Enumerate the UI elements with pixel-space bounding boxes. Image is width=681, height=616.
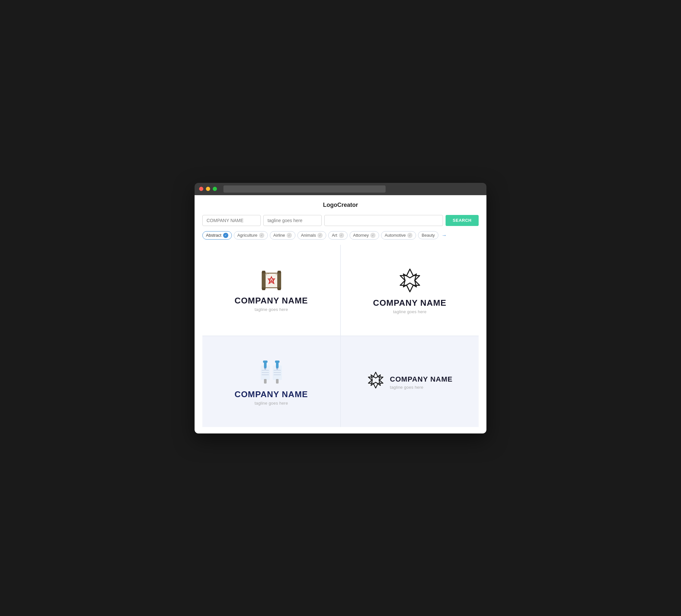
logo4-company-name: COMPANY NAME: [390, 375, 452, 384]
svg-rect-30: [263, 361, 268, 363]
filter-next-arrow[interactable]: →: [442, 232, 447, 238]
inline-logo-container: COMPANY NAME tagline goes here: [367, 371, 452, 393]
filter-agriculture-label: Agriculture: [237, 233, 257, 238]
app-content: LogoCreator SEARCH Abstract ✓ Agricultur…: [195, 195, 486, 434]
search-bar: SEARCH: [202, 215, 479, 226]
filter-automotive[interactable]: Automotive ✓: [381, 231, 416, 239]
svg-text:✡: ✡: [264, 367, 267, 370]
filter-automotive-check: ✓: [407, 233, 412, 238]
svg-rect-3: [262, 271, 265, 273]
svg-rect-4: [262, 288, 265, 290]
svg-rect-31: [275, 361, 280, 363]
logo-card-2[interactable]: COMPANY NAME tagline goes here: [341, 245, 479, 336]
star-of-david-small-icon: [367, 371, 385, 389]
filter-animals-label: Animals: [301, 233, 316, 238]
close-button[interactable]: [199, 187, 203, 191]
scroll-icon: [260, 270, 283, 291]
svg-point-9: [268, 273, 269, 274]
svg-rect-6: [278, 271, 281, 273]
filter-art-label: Art: [332, 233, 337, 238]
svg-point-8: [266, 274, 267, 275]
filter-beauty-label: Beauty: [422, 233, 434, 238]
url-bar[interactable]: [223, 185, 385, 192]
logo2-tagline: tagline goes here: [393, 309, 426, 314]
company-name-input[interactable]: [202, 215, 261, 226]
browser-titlebar: [195, 183, 486, 195]
logo4-text-group: COMPANY NAME tagline goes here: [390, 375, 452, 390]
logo-card-3[interactable]: ✡ ✡: [202, 336, 340, 427]
browser-window: LogoCreator SEARCH Abstract ✓ Agricultur…: [195, 183, 486, 434]
filter-attorney-label: Attorney: [353, 233, 369, 238]
filter-bar: Abstract ✓ Agriculture ✓ Airline ✓ Anima…: [202, 231, 479, 239]
filter-agriculture-check: ✓: [259, 233, 264, 238]
filter-abstract[interactable]: Abstract ✓: [202, 231, 232, 239]
logo1-company-name: COMPANY NAME: [234, 296, 308, 306]
logo-card-4[interactable]: COMPANY NAME tagline goes here: [341, 336, 479, 427]
filter-abstract-check: ✓: [223, 233, 228, 238]
filter-attorney-check: ✓: [370, 233, 376, 238]
filter-airline-label: Airline: [273, 233, 285, 238]
filter-agriculture[interactable]: Agriculture ✓: [234, 231, 268, 239]
svg-rect-2: [262, 272, 266, 289]
filter-art[interactable]: Art ✓: [328, 231, 348, 239]
extra-input[interactable]: [324, 215, 443, 226]
logo2-company-name: COMPANY NAME: [373, 298, 446, 308]
torah-scroll-icon: ✡ ✡: [259, 359, 283, 385]
search-button[interactable]: SEARCH: [446, 215, 479, 226]
tagline-input[interactable]: [263, 215, 322, 226]
filter-art-check: ✓: [339, 233, 344, 238]
minimize-button[interactable]: [206, 187, 210, 191]
filter-abstract-label: Abstract: [206, 233, 222, 238]
svg-rect-18: [264, 379, 267, 384]
star-of-david-large-icon: [397, 267, 423, 293]
logo1-tagline: tagline goes here: [255, 307, 288, 312]
svg-rect-25: [276, 379, 279, 384]
svg-rect-7: [278, 288, 281, 290]
svg-rect-5: [277, 272, 281, 289]
svg-point-10: [276, 274, 277, 275]
logo4-tagline: tagline goes here: [390, 385, 452, 390]
filter-attorney[interactable]: Attorney ✓: [350, 231, 379, 239]
filter-airline-check: ✓: [287, 233, 292, 238]
logo3-tagline: tagline goes here: [255, 401, 288, 406]
filter-automotive-label: Automotive: [385, 233, 406, 238]
logo3-company-name: COMPANY NAME: [234, 389, 308, 400]
svg-text:✡: ✡: [276, 367, 279, 370]
logo-grid: COMPANY NAME tagline goes here COMPANY N…: [202, 245, 479, 427]
app-title: LogoCreator: [202, 202, 479, 208]
filter-animals[interactable]: Animals ✓: [297, 231, 326, 239]
maximize-button[interactable]: [213, 187, 217, 191]
logo-card-1[interactable]: COMPANY NAME tagline goes here: [202, 245, 340, 336]
filter-animals-check: ✓: [318, 233, 323, 238]
filter-beauty[interactable]: Beauty: [418, 231, 438, 239]
filter-airline[interactable]: Airline ✓: [270, 231, 296, 239]
